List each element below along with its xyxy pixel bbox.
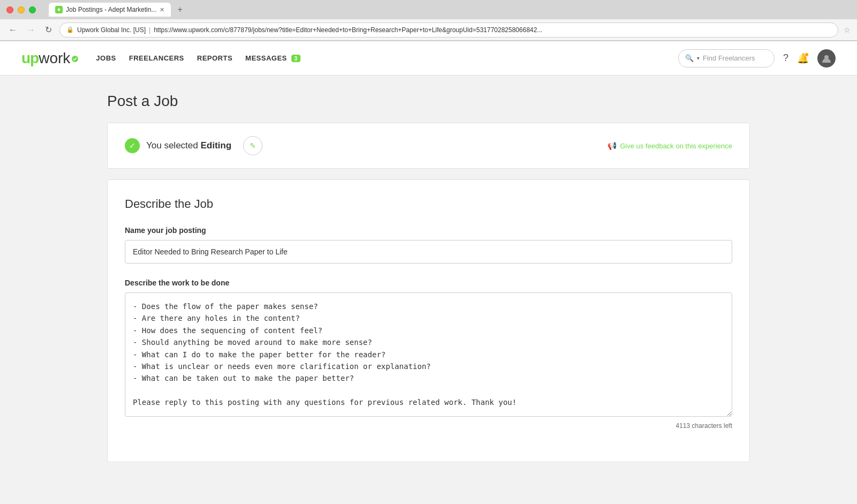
tab-favicon bbox=[55, 6, 63, 13]
job-description-group: Describe the work to be done 4113 charac… bbox=[125, 279, 732, 430]
tab-title: Job Postings - Adept Marketin... bbox=[66, 6, 156, 13]
nav-reports[interactable]: REPORTS bbox=[197, 54, 232, 62]
feedback-link[interactable]: 📢 Give us feedback on this experience bbox=[607, 141, 732, 150]
address-url: https://www.upwork.com/c/877879/jobs/new… bbox=[154, 26, 543, 34]
search-dropdown-icon: ▾ bbox=[697, 55, 700, 61]
check-circle-icon: ✓ bbox=[125, 138, 140, 153]
new-tab-button[interactable]: + bbox=[177, 5, 182, 14]
job-name-label: Name your job posting bbox=[125, 226, 732, 235]
selected-category: Editing bbox=[200, 140, 231, 151]
job-name-group: Name your job posting bbox=[125, 226, 732, 264]
browser-titlebar: Job Postings - Adept Marketin... ✕ + bbox=[0, 0, 857, 19]
feedback-icon: 📢 bbox=[607, 141, 617, 150]
messages-badge: 3 bbox=[291, 55, 300, 62]
user-avatar-button[interactable] bbox=[817, 49, 836, 67]
close-window-button[interactable] bbox=[6, 6, 13, 13]
page-title: Post a Job bbox=[107, 93, 750, 110]
lock-icon: 🔒 bbox=[66, 26, 74, 33]
char-count: 4113 characters left bbox=[125, 422, 732, 430]
selected-card-inner: ✓ You selected Editing ✎ 📢 Give us feedb… bbox=[108, 123, 749, 168]
nav-freelancers[interactable]: FREELANCERS bbox=[129, 54, 184, 62]
avatar bbox=[817, 49, 836, 67]
search-box[interactable]: 🔍 ▾ Find Freelancers bbox=[678, 49, 775, 67]
nav-jobs[interactable]: JOBS bbox=[96, 54, 116, 62]
describe-job-title: Describe the Job bbox=[125, 197, 732, 211]
help-button[interactable]: ? bbox=[783, 52, 788, 64]
forward-button[interactable]: → bbox=[25, 23, 37, 37]
back-button[interactable]: ← bbox=[6, 23, 19, 37]
edit-category-button[interactable]: ✎ bbox=[243, 136, 262, 155]
logo-checkmark bbox=[71, 55, 79, 63]
bookmark-button[interactable]: ☆ bbox=[844, 26, 851, 34]
browser-addressbar: ← → ↻ 🔒 Upwork Global Inc. [US] | https:… bbox=[0, 19, 857, 41]
job-description-textarea[interactable] bbox=[125, 292, 732, 417]
address-bar[interactable]: 🔒 Upwork Global Inc. [US] | https://www.… bbox=[59, 22, 838, 37]
notification-dot bbox=[805, 52, 809, 57]
selected-text: You selected Editing bbox=[146, 140, 231, 151]
upwork-logo: upwork bbox=[21, 50, 79, 67]
main-content: Post a Job ✓ You selected Editing ✎ 📢 Gi… bbox=[0, 76, 857, 490]
describe-job-card: Describe the Job Name your job posting D… bbox=[107, 179, 750, 462]
address-separator: | bbox=[149, 26, 151, 34]
browser-tab[interactable]: Job Postings - Adept Marketin... ✕ bbox=[49, 3, 171, 17]
browser-chrome: Job Postings - Adept Marketin... ✕ + ← →… bbox=[0, 0, 857, 41]
nav-messages[interactable]: MESSAGES 3 bbox=[245, 54, 300, 62]
describe-card-inner: Describe the Job Name your job posting D… bbox=[108, 180, 749, 462]
search-placeholder: Find Freelancers bbox=[703, 54, 755, 62]
app-header: upwork JOBS FREELANCERS REPORTS MESSAGES… bbox=[0, 41, 857, 76]
logo-up: up bbox=[21, 50, 39, 67]
job-description-label: Describe the work to be done bbox=[125, 279, 732, 287]
address-domain: Upwork Global Inc. [US] bbox=[77, 26, 146, 34]
selected-category-card: ✓ You selected Editing ✎ 📢 Give us feedb… bbox=[107, 123, 750, 169]
minimize-window-button[interactable] bbox=[18, 6, 25, 13]
tab-close-button[interactable]: ✕ bbox=[160, 6, 164, 13]
notifications-button[interactable]: 🔔 bbox=[797, 52, 809, 64]
main-nav: JOBS FREELANCERS REPORTS MESSAGES 3 bbox=[96, 54, 300, 62]
logo-work: work bbox=[39, 50, 70, 67]
selected-left: ✓ You selected Editing ✎ bbox=[125, 136, 262, 155]
refresh-button[interactable]: ↻ bbox=[43, 22, 54, 37]
maximize-window-button[interactable] bbox=[29, 6, 36, 13]
header-right: 🔍 ▾ Find Freelancers ? 🔔 bbox=[678, 49, 836, 67]
job-name-input[interactable] bbox=[125, 240, 732, 264]
search-icon: 🔍 bbox=[685, 54, 694, 62]
